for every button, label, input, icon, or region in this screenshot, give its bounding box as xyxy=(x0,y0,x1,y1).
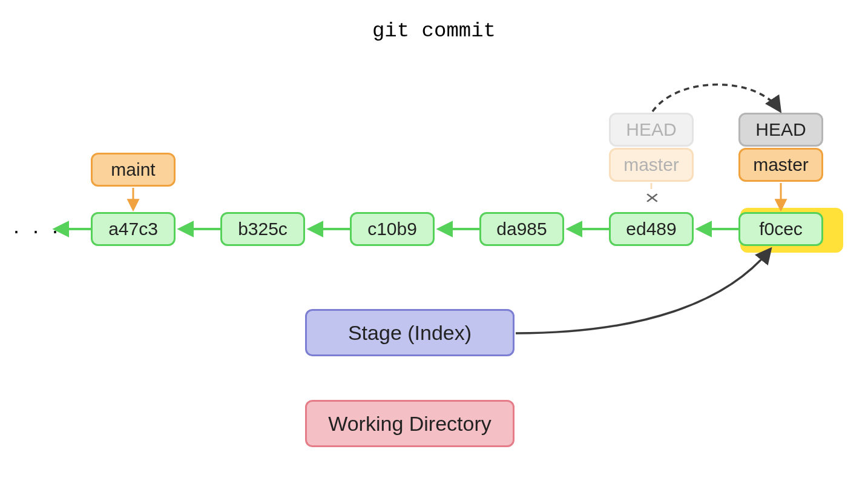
workdir-box: Working Directory xyxy=(305,400,515,447)
commit-c10b9: c10b9 xyxy=(350,212,435,246)
commit-a47c3: a47c3 xyxy=(91,212,176,246)
branch-master-new: master xyxy=(738,148,823,182)
branch-maint: maint xyxy=(91,153,176,187)
branch-master-old: master xyxy=(609,148,694,182)
commit-b325c: b325c xyxy=(220,212,305,246)
commit-f0cec: f0cec xyxy=(738,212,823,246)
stage-box: Stage (Index) xyxy=(305,309,515,356)
arrow-stage-to-commit xyxy=(516,250,770,333)
diagram-title: git commit xyxy=(0,19,868,42)
history-ellipsis: · · · xyxy=(13,218,62,244)
head-old: HEAD xyxy=(609,113,694,147)
commit-ed489: ed489 xyxy=(609,212,694,246)
head-new: HEAD xyxy=(738,113,823,147)
broken-ref-x: × xyxy=(645,187,659,209)
arrow-head-move xyxy=(653,84,780,111)
commit-da985: da985 xyxy=(479,212,564,246)
